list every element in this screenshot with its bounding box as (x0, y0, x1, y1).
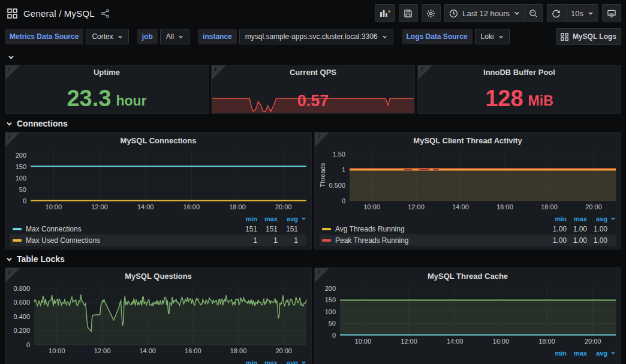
y-axis-tick-label: 100 (16, 175, 26, 182)
legend-sort-max[interactable]: max (257, 359, 278, 364)
variable-value-dropdown[interactable]: mysql.sample-apps.svc.cluster.local:3306 (239, 29, 393, 44)
legend-series-swatch[interactable] (13, 239, 22, 242)
y-axis-tick-label: 0 (342, 197, 345, 204)
stat-value: 128 MiB (418, 83, 621, 113)
x-axis-tick-label: 18:00 (541, 203, 558, 210)
chevron-down-icon (607, 216, 616, 221)
time-range-picker[interactable]: Last 12 hours (444, 4, 524, 22)
x-axis-tick-label: 20:00 (275, 203, 292, 210)
x-axis-tick-label: 16:00 (185, 347, 201, 354)
panel-info-icon[interactable]: i (315, 133, 329, 147)
mysql-logs-button[interactable]: MySQL Logs (556, 28, 621, 45)
legend-sort-min[interactable]: min (546, 215, 567, 222)
stat-panel-uptime: i Uptime 23.3 hour (5, 65, 209, 114)
y-axis-tick-label: 200 (325, 285, 336, 292)
legend-series-label[interactable]: Max Connections (26, 225, 82, 233)
x-axis-tick-label: 16:00 (496, 203, 513, 210)
section-row-connections[interactable]: Connections (0, 114, 626, 132)
panel-info-icon[interactable]: i (315, 268, 329, 282)
legend-sort-min[interactable]: min (237, 359, 257, 364)
legend: minmaxavg (320, 348, 616, 357)
legend-sort-min[interactable]: min (237, 215, 257, 222)
variable-label: job (137, 29, 158, 44)
chevron-down-icon (382, 34, 387, 40)
legend-sort-min[interactable]: min (546, 350, 567, 357)
legend-sort-avg[interactable]: avg (278, 359, 298, 364)
panel-info-icon[interactable]: i (5, 65, 20, 80)
chevron-down-icon (588, 10, 594, 16)
legend-series-label[interactable]: Peak Threads Running (335, 236, 409, 245)
stat-unit: MiB (528, 89, 553, 108)
zoom-out-button[interactable] (524, 4, 543, 22)
section-row-table-locks[interactable]: Table Locks (0, 249, 626, 267)
chart-plot[interactable]: 10:0012:0014:0016:0018:0020:000501001502… (10, 148, 308, 210)
panel-title[interactable]: InnoDB Buffer Pool (418, 65, 621, 80)
chart-plot[interactable]: 10:0012:0014:0016:0018:0020:000501001502… (320, 284, 617, 345)
panel-title[interactable]: MySQL Thread Cache (320, 269, 616, 284)
chart-canvas[interactable]: 10:0012:0014:0016:0018:0020:000501001502… (320, 284, 616, 345)
dashboards-grid-icon[interactable] (7, 8, 17, 19)
breadcrumb[interactable]: General / MySQL (23, 8, 95, 19)
chart-canvas[interactable]: 10:0012:0014:0016:0018:0020:000501001502… (10, 148, 306, 210)
x-axis-tick-label: 20:00 (275, 347, 292, 354)
graph-panel-mysql-connections: i MySQL Connections 10:0012:0014:0016:00… (5, 132, 312, 249)
chart-plot[interactable]: 10:0012:0014:0016:0018:0020:0000.2000.40… (10, 284, 308, 354)
refresh-icon (552, 9, 561, 18)
legend-sort-avg[interactable]: avg (278, 215, 298, 222)
legend-sort-avg[interactable]: avg (587, 215, 607, 222)
kiosk-mode-button[interactable] (602, 4, 621, 22)
chart-plot[interactable]: 10:0012:0014:0016:0018:0020:0000.50011.5… (320, 148, 617, 210)
legend-value-min: 1.00 (546, 236, 567, 245)
save-dashboard-button[interactable] (399, 4, 418, 22)
legend-row: Max Used Connections111 (10, 234, 306, 246)
legend-series-swatch[interactable] (322, 228, 331, 230)
row-collapse-toggle[interactable] (0, 52, 626, 62)
legend: minmaxavg (10, 358, 306, 364)
variable-value-dropdown[interactable]: Loki (475, 29, 510, 44)
connections-panels-row: i MySQL Connections 10:0012:0014:0016:00… (0, 132, 626, 249)
y-axis-tick-label: 1 (342, 166, 345, 173)
panel-info-icon[interactable]: i (5, 133, 20, 147)
y-axis-tick-label: 0.600 (13, 299, 30, 306)
y-axis-tick-label: 150 (325, 296, 336, 303)
x-axis-tick-label: 10:00 (49, 347, 65, 354)
legend-series-label[interactable]: Avg Threads Running (335, 225, 405, 233)
refresh-button[interactable] (547, 4, 566, 22)
x-axis-tick-label: 14:00 (137, 203, 154, 210)
variable-value-dropdown[interactable]: All (160, 29, 189, 44)
panel-title[interactable]: MySQL Connections (10, 134, 306, 148)
variable-label: Metrics Data Source (5, 29, 83, 44)
legend-sort-max[interactable]: max (567, 350, 587, 357)
panel-title[interactable]: MySQL Client Thread Activity (320, 134, 616, 148)
panel-title[interactable]: Current QPS (212, 65, 414, 80)
legend-value-max: 151 (257, 225, 278, 233)
chart-canvas[interactable]: 10:0012:0014:0016:0018:0020:0000.2000.40… (10, 284, 306, 354)
x-axis-tick-label: 16:00 (493, 338, 510, 345)
legend-series-swatch[interactable] (322, 239, 331, 242)
legend-sort-max[interactable]: max (257, 215, 278, 222)
panel-info-icon[interactable]: i (418, 65, 432, 80)
x-axis-tick-label: 12:00 (408, 203, 425, 210)
share-icon[interactable] (101, 9, 110, 18)
legend-sort-max[interactable]: max (567, 215, 587, 222)
y-axis-tick-label: 50 (19, 186, 26, 193)
variable-value-dropdown[interactable]: Cortex (86, 29, 128, 44)
y-axis-tick-label: 50 (329, 320, 336, 327)
legend-sort-avg[interactable]: avg (587, 350, 607, 357)
panel-title[interactable]: Uptime (5, 65, 208, 80)
legend-series-swatch[interactable] (13, 228, 22, 230)
legend-header-row: minmaxavg (10, 358, 306, 364)
panel-info-icon[interactable]: i (212, 65, 226, 80)
chevron-down-icon (6, 121, 13, 127)
x-axis-tick-label: 20:00 (585, 338, 601, 345)
refresh-interval-dropdown[interactable]: 10s (566, 4, 598, 22)
add-panel-button[interactable] (375, 4, 395, 22)
legend-series-label[interactable]: Max Used Connections (26, 236, 100, 245)
table-locks-panels-row: i MySQL Questions 10:0012:0014:0016:0018… (0, 267, 626, 364)
graph-panel-mysql-questions: i MySQL Questions 10:0012:0014:0016:0018… (5, 267, 312, 364)
dashboard-settings-button[interactable] (422, 4, 441, 22)
chart-canvas[interactable]: 10:0012:0014:0016:0018:0020:0000.50011.5… (320, 148, 616, 210)
panel-title[interactable]: MySQL Questions (10, 269, 306, 284)
y-axis-tick-label: 0.200 (13, 327, 30, 334)
panel-info-icon[interactable]: i (5, 268, 20, 282)
